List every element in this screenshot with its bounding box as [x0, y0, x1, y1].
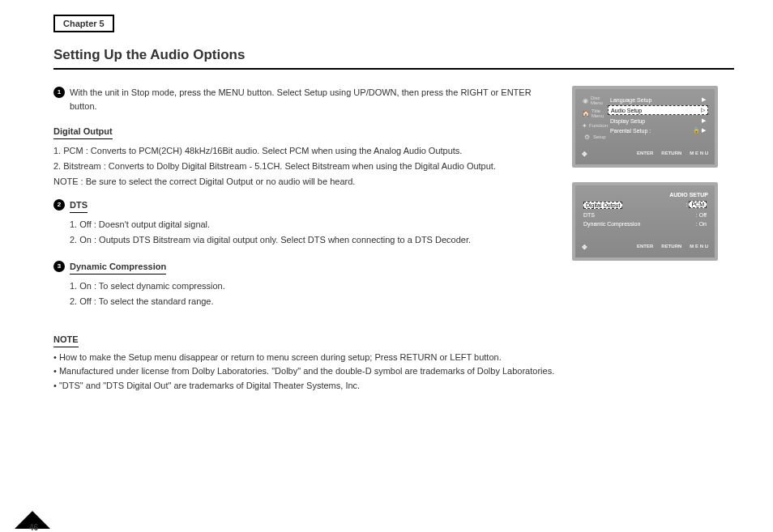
note-line: • Manufactured under license from Dolby …	[53, 364, 556, 379]
side-icon-setup: ⚙Setup	[582, 133, 608, 141]
note-line: • How to make the Setup menu disappear o…	[53, 351, 556, 365]
note-title: NOTE	[53, 333, 79, 347]
footer-enter: ENTER	[637, 151, 653, 158]
footer-return: RETURN	[661, 244, 681, 251]
home-icon: 🏠	[582, 109, 590, 117]
note-line: • "DTS" and "DTS Digital Out" are tradem…	[53, 379, 556, 394]
menu-row-language-setup[interactable]: Language Setup ▶	[608, 96, 708, 104]
audio-row-digital-output[interactable]: Digital Output :PCM	[582, 201, 708, 210]
audio-setup-panel: AUDIO SETUP Digital Output :PCM DTS :Off…	[572, 182, 718, 261]
function-icon: ✦	[582, 121, 587, 130]
menu-row-parental-setup[interactable]: Parental Setup : 🔒 ▶	[608, 126, 708, 134]
footer-return: RETURN	[661, 151, 681, 158]
chapter-label: Chapter 5	[53, 15, 114, 32]
nav-cross-icon: ✥	[582, 151, 587, 158]
option-item: 2. Off : To select the standard range.	[70, 295, 556, 309]
step-number-2: 2	[53, 199, 65, 211]
menu-row-display-setup[interactable]: Display Setup ▶	[608, 117, 708, 125]
option-title-dyn: Dynamic Compression	[70, 260, 166, 275]
option-item: 2. On : Outputs DTS Bitstream via digita…	[70, 233, 556, 247]
option-item: 2. Bitstream : Converts to Dolby Digital…	[53, 160, 556, 173]
side-icon-title-menu: 🏠Title Menu	[582, 109, 608, 118]
side-icon-disc-menu: ◉Disc Menu	[582, 96, 608, 105]
footer-menu: M E N U	[690, 244, 708, 251]
option-title-dts: DTS	[70, 198, 88, 213]
step-text: With the unit in Stop mode, press the ME…	[70, 86, 556, 113]
side-icon-function: ✦Function	[582, 121, 608, 130]
gear-icon: ⚙	[582, 133, 591, 141]
step-number-1: 1	[53, 87, 65, 98]
setup-menu-panel: ◉Disc Menu 🏠Title Menu ✦Function ⚙Setup …	[572, 86, 718, 168]
panel-title: AUDIO SETUP	[582, 192, 708, 198]
lock-icon: 🔒 ▶	[693, 127, 706, 134]
step-text: DTS 1. Off : Doesn't output digital sign…	[70, 198, 556, 249]
option-item: 1. Off : Doesn't output digital signal.	[70, 218, 556, 232]
disc-icon: ◉	[582, 96, 589, 104]
page-title: Setting Up the Audio Options	[53, 47, 734, 63]
menu-row-audio-setup[interactable]: Audio Setup ▷	[608, 105, 708, 115]
audio-row-dynamic-compression[interactable]: Dynamic Compression :On	[582, 220, 708, 228]
chevron-right-icon: ▶	[702, 117, 706, 124]
page-number: 46	[29, 523, 38, 532]
option-item-note: NOTE : Be sure to select the correct Dig…	[53, 175, 556, 189]
option-title-digital: Digital Output	[53, 125, 113, 139]
footer-enter: ENTER	[637, 244, 653, 251]
step-number-3: 3	[53, 261, 65, 272]
nav-cross-icon: ✥	[582, 244, 587, 251]
option-item: 1. On : To select dynamic compression.	[70, 279, 556, 293]
chevron-right-icon: ▶	[702, 96, 706, 103]
step-text: Dynamic Compression 1. On : To select dy…	[70, 260, 556, 310]
option-item: 1. PCM : Converts to PCM(2CH) 48kHz/16Bi…	[53, 144, 556, 158]
audio-row-dts[interactable]: DTS :Off	[582, 211, 708, 219]
chevron-right-icon: ▷	[701, 107, 705, 113]
footer-menu: M E N U	[690, 151, 708, 158]
